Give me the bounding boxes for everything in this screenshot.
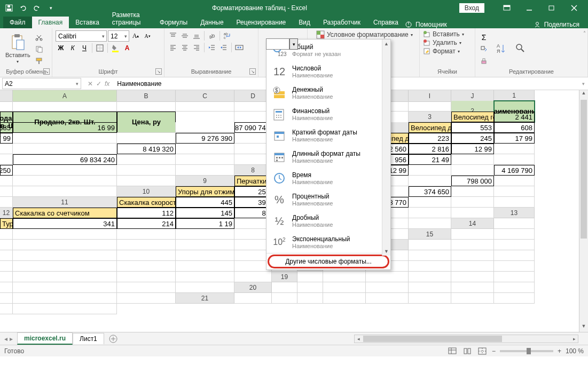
cell[interactable]: 7 99 (0, 133, 13, 144)
cell[interactable] (0, 282, 13, 293)
zoom-slider[interactable] (500, 350, 553, 352)
cell[interactable]: 21 49 (409, 154, 451, 165)
tab-data[interactable]: Данные (194, 17, 230, 28)
cell[interactable]: 20 (234, 282, 272, 293)
cell[interactable] (13, 261, 117, 272)
maximize-icon[interactable] (541, 0, 562, 15)
cell[interactable] (494, 250, 535, 261)
cell[interactable] (409, 165, 451, 176)
cell[interactable]: 8 419 320 (117, 144, 176, 154)
cell[interactable] (297, 272, 323, 282)
cell[interactable] (451, 240, 494, 250)
cell[interactable] (0, 261, 13, 272)
cell[interactable]: 445 (176, 197, 234, 208)
cell[interactable] (409, 240, 451, 250)
cell[interactable]: 39 219 250 (0, 165, 13, 176)
cell[interactable] (409, 282, 451, 293)
cell[interactable]: 798 000 (451, 176, 494, 186)
cell[interactable] (494, 197, 535, 208)
ribbon-display-icon[interactable] (496, 0, 518, 15)
cell[interactable]: 19 (272, 272, 297, 282)
tab-developer[interactable]: Разработчик (317, 17, 367, 28)
cell[interactable] (494, 272, 535, 282)
dropdown-scrollbar[interactable]: ▲▼ (382, 39, 390, 256)
cell[interactable] (0, 186, 13, 197)
cell[interactable] (176, 250, 234, 261)
cell[interactable] (13, 101, 117, 112)
enter-formula-icon[interactable]: ✓ (96, 80, 101, 88)
cell[interactable] (494, 176, 535, 186)
cell[interactable]: 12 99 (451, 144, 494, 154)
zoom-level[interactable]: 100 % (566, 347, 584, 355)
cancel-formula-icon[interactable]: ✕ (88, 80, 93, 88)
name-box[interactable]: A2 (2, 78, 81, 89)
cell[interactable] (323, 272, 366, 282)
sheet-tab-1[interactable]: microexcel.ru (17, 332, 73, 345)
cell[interactable] (451, 229, 494, 240)
align-middle-icon[interactable] (179, 30, 190, 41)
cell[interactable] (117, 133, 176, 144)
cell[interactable]: 13 (494, 208, 535, 218)
align-bottom-icon[interactable] (191, 30, 202, 41)
cell[interactable] (451, 293, 494, 304)
cell[interactable] (117, 250, 176, 261)
cell[interactable]: Велосипед детский (409, 122, 451, 133)
close-icon[interactable] (563, 0, 585, 15)
cell[interactable] (0, 250, 13, 261)
cell[interactable] (0, 90, 13, 102)
align-top-icon[interactable] (168, 30, 178, 41)
cell[interactable]: Турник в дверной проем (0, 218, 13, 229)
cell[interactable] (409, 101, 451, 112)
cell[interactable] (117, 272, 176, 282)
sheet-tab-2[interactable]: Лист1 (73, 333, 104, 344)
redo-icon[interactable] (31, 2, 43, 14)
cell[interactable] (117, 261, 176, 272)
cell[interactable] (451, 165, 494, 176)
autosum-icon[interactable]: Σ (479, 32, 489, 43)
cell[interactable] (409, 261, 451, 272)
tab-page-layout[interactable]: Разметка страницы (106, 9, 153, 28)
column-header[interactable]: I (409, 90, 451, 102)
number-format-option[interactable]: ½ДробныйНаименование (266, 210, 390, 232)
cell[interactable] (451, 197, 494, 208)
cell[interactable] (366, 272, 409, 282)
cell[interactable] (13, 229, 117, 240)
merge-cells-icon[interactable] (234, 42, 245, 53)
cell[interactable] (494, 186, 535, 197)
cell[interactable] (297, 282, 323, 293)
tab-review[interactable]: Рецензирование (230, 17, 293, 28)
cell[interactable] (451, 208, 494, 218)
more-number-formats-button[interactable]: Другие числовые форматы... (266, 253, 390, 269)
cell[interactable] (176, 272, 234, 282)
orientation-icon[interactable]: ab (207, 30, 217, 41)
cell[interactable] (176, 261, 234, 272)
font-name-select[interactable]: Calibri (56, 30, 107, 42)
tab-home[interactable]: Главная (32, 17, 69, 28)
cell[interactable]: 1 19 (176, 218, 234, 229)
cell[interactable] (0, 293, 13, 304)
cell[interactable] (409, 176, 451, 186)
cell[interactable] (176, 240, 234, 250)
cell[interactable] (494, 240, 535, 250)
number-format-option[interactable]: %ПроцентныйНаименование (266, 189, 390, 210)
cell[interactable] (176, 229, 234, 240)
normal-view-icon[interactable] (447, 346, 458, 356)
cell[interactable] (0, 229, 13, 240)
insert-cells-button[interactable]: Вставить▾ (423, 30, 464, 38)
cell[interactable] (117, 293, 176, 304)
cell[interactable] (117, 282, 176, 293)
sheet-nav-first-icon[interactable]: ◂ (4, 335, 7, 343)
conditional-formatting-button[interactable]: Условное форматирование▾ (316, 30, 413, 39)
tell-me-label[interactable]: Помощник (415, 21, 447, 28)
minimize-icon[interactable] (519, 0, 540, 15)
cell[interactable] (13, 293, 117, 304)
cell[interactable] (494, 154, 535, 165)
cell[interactable]: 14 (451, 218, 494, 229)
cell[interactable]: 145 (176, 208, 234, 218)
zoom-out-icon[interactable]: − (492, 347, 496, 355)
cell[interactable]: 15 (409, 229, 451, 240)
cell[interactable] (234, 293, 272, 304)
undo-icon[interactable] (17, 2, 29, 14)
cell[interactable] (13, 272, 117, 282)
cell[interactable]: 4 169 790 (494, 165, 535, 176)
